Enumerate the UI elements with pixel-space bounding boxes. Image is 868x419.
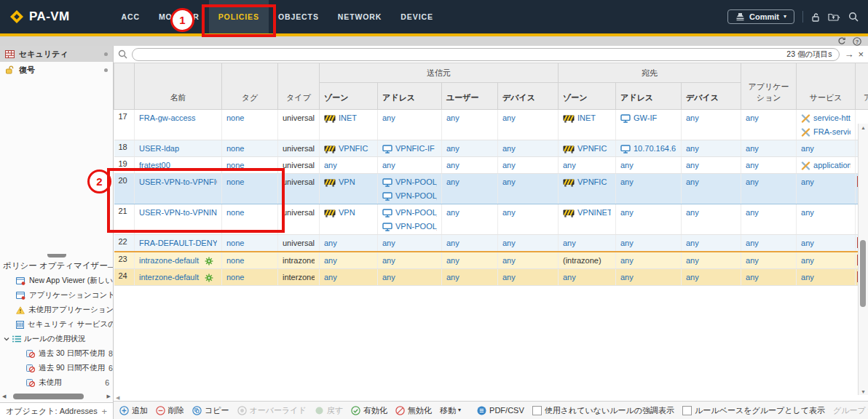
cell-link[interactable]: service-https bbox=[813, 113, 851, 122]
scrollbar-thumb[interactable] bbox=[860, 240, 866, 307]
clear-filter-icon[interactable]: × bbox=[858, 49, 864, 59]
cell-link[interactable]: any bbox=[382, 113, 395, 122]
x-button[interactable]: 追加 bbox=[119, 405, 148, 416]
table-row-17[interactable]: 17FRA-gw-accessnoneuniversalINETanyanyan… bbox=[114, 110, 868, 140]
cell-link[interactable]: any bbox=[446, 144, 459, 153]
column-header-x[interactable] bbox=[114, 63, 135, 110]
cell-link[interactable]: fratest00 bbox=[139, 161, 170, 169]
cell-link[interactable]: any bbox=[502, 113, 516, 122]
menu-button-x[interactable]: グループ▾ bbox=[833, 405, 868, 416]
sidebar-hscrollbar[interactable]: ◀ ▶ bbox=[0, 391, 113, 401]
cell-link[interactable]: interzone-default bbox=[139, 273, 199, 282]
table-row-19[interactable]: 19fratest00noneuniversalanyanyanyanyanya… bbox=[114, 157, 868, 174]
checkbox-icon[interactable] bbox=[532, 406, 542, 415]
cell-link[interactable]: any bbox=[686, 144, 699, 153]
cell-link[interactable]: any bbox=[563, 273, 576, 282]
cell-link[interactable]: any bbox=[801, 177, 814, 186]
x-button[interactable]: 削除 bbox=[156, 405, 184, 416]
apply-filter-icon[interactable]: → bbox=[844, 49, 853, 59]
cell-link[interactable]: USER-VPN-to-VPNFIC bbox=[139, 177, 217, 186]
column-header-x[interactable]: 名前 bbox=[135, 63, 222, 110]
commit-button[interactable]: Commit ▾ bbox=[727, 9, 794, 24]
cell-link[interactable]: any bbox=[324, 273, 337, 282]
column-header-x-dst[interactable]: ゾーン bbox=[559, 83, 616, 110]
checkbox-icon[interactable] bbox=[682, 406, 692, 415]
cell-link[interactable]: 10.70.164.6 bbox=[634, 144, 676, 153]
cell-link[interactable]: any bbox=[620, 273, 634, 282]
cell-link[interactable]: VPN-POOL_0 bbox=[395, 177, 437, 186]
cell-link[interactable]: any bbox=[746, 256, 759, 265]
add-object-icon[interactable]: + bbox=[101, 406, 107, 417]
column-header-x[interactable]: アク bbox=[856, 63, 868, 110]
cell-link[interactable]: any bbox=[446, 113, 459, 122]
cell-link[interactable]: any bbox=[801, 208, 814, 217]
cell-link[interactable]: any bbox=[382, 239, 395, 247]
table-row-23[interactable]: 23intrazone-defaultnoneintrazoneanyanyan… bbox=[114, 252, 868, 269]
pdf-csv-button[interactable]: PDF/CSV bbox=[477, 406, 524, 415]
nav-item-policies[interactable]: POLICIES bbox=[209, 0, 269, 33]
scroll-right-icon[interactable]: ▶ bbox=[107, 394, 111, 399]
cell-link[interactable]: INET bbox=[339, 113, 357, 122]
cell-link[interactable]: any bbox=[446, 273, 459, 282]
cell-link[interactable]: any bbox=[324, 161, 337, 169]
cell-link[interactable]: USER-VPN-to-VPNINET bbox=[139, 208, 217, 217]
cell-link[interactable]: VPNFIC bbox=[577, 177, 607, 186]
column-header-x[interactable]: タグ bbox=[222, 63, 278, 110]
cell-link[interactable]: any bbox=[746, 273, 759, 282]
cell-link[interactable]: any bbox=[686, 208, 699, 217]
cell-link[interactable]: any bbox=[620, 161, 634, 169]
cell-link[interactable]: any bbox=[746, 144, 759, 153]
optimizer-item-x[interactable]: セキュリティ サービスのログ bbox=[0, 317, 113, 332]
cell-link[interactable]: USER-ldap bbox=[139, 144, 179, 153]
cell-link[interactable]: any bbox=[801, 256, 814, 265]
objects-bar[interactable]: オブジェクト: Addresses + bbox=[0, 402, 113, 419]
optimizer-item-new-app-viewer[interactable]: New App Viewer (新しいアプリ bbox=[0, 274, 113, 288]
table-vscrollbar[interactable]: ▲ ▼ bbox=[858, 124, 868, 395]
cell-link[interactable]: none bbox=[226, 256, 244, 265]
x-button[interactable]: 有効化 bbox=[351, 405, 387, 416]
nav-item-device[interactable]: DEVICE bbox=[391, 0, 443, 33]
x-button[interactable]: コピー bbox=[192, 405, 229, 416]
cell-link[interactable]: any bbox=[563, 161, 576, 169]
cell-link[interactable]: any bbox=[746, 161, 759, 169]
cell-link[interactable]: any bbox=[686, 113, 699, 122]
cell-link[interactable]: any bbox=[563, 239, 576, 247]
cell-link[interactable]: none bbox=[226, 113, 244, 122]
table-row-24[interactable]: 24interzone-defaultnoneinterzoneanyanyan… bbox=[114, 269, 868, 286]
column-header-x[interactable]: アプリケーション bbox=[741, 63, 797, 110]
cell-link[interactable]: any bbox=[686, 256, 699, 265]
help-icon[interactable]: ? bbox=[853, 37, 861, 46]
search-icon[interactable] bbox=[848, 12, 859, 22]
cell-link[interactable]: none bbox=[226, 239, 244, 247]
cell-link[interactable]: any bbox=[620, 177, 634, 186]
cell-link[interactable]: any bbox=[502, 208, 516, 217]
optimizer-item-30[interactable]: 過去 30 日間不使用8 bbox=[0, 346, 113, 361]
cell-link[interactable]: any bbox=[686, 239, 699, 247]
cell-link[interactable]: any bbox=[446, 177, 459, 186]
column-header-x[interactable]: サービス bbox=[797, 63, 856, 110]
cell-link[interactable]: GW-IF bbox=[634, 113, 657, 122]
table-row-21[interactable]: 21USER-VPN-to-VPNINETnoneuniversalVPNVPN… bbox=[114, 204, 868, 235]
optimizer-item-x[interactable]: 未使用6 bbox=[0, 375, 113, 390]
scroll-down-icon[interactable]: ▼ bbox=[859, 389, 868, 394]
lock-icon[interactable] bbox=[811, 12, 820, 22]
cell-link[interactable]: any bbox=[801, 144, 814, 153]
cell-link[interactable]: any bbox=[801, 273, 814, 282]
cell-link[interactable]: any bbox=[620, 239, 634, 247]
checkbox-x[interactable]: 使用されていないルールの強調表示 bbox=[532, 405, 674, 416]
cell-link[interactable]: any bbox=[746, 113, 759, 122]
cell-link[interactable]: any bbox=[502, 273, 516, 282]
optimizer-group-x[interactable]: ルールの使用状況 bbox=[0, 332, 113, 346]
cell-link[interactable]: none bbox=[226, 144, 244, 153]
cell-link[interactable]: any bbox=[686, 273, 699, 282]
optimizer-item-90[interactable]: 過去 90 日間不使用6 bbox=[0, 361, 113, 375]
cell-link[interactable]: any bbox=[801, 239, 814, 247]
cell-link[interactable]: any bbox=[502, 144, 516, 153]
cell-link[interactable]: intrazone-default bbox=[139, 256, 199, 265]
collapse-panel-button[interactable]: — bbox=[108, 262, 114, 271]
cell-link[interactable]: any bbox=[324, 256, 337, 265]
cell-link[interactable]: any bbox=[446, 161, 459, 169]
cell-link[interactable]: any bbox=[446, 239, 459, 247]
cell-link[interactable]: any bbox=[446, 208, 459, 217]
cell-link[interactable]: FRA-DEFAULT-DENY bbox=[139, 239, 217, 247]
